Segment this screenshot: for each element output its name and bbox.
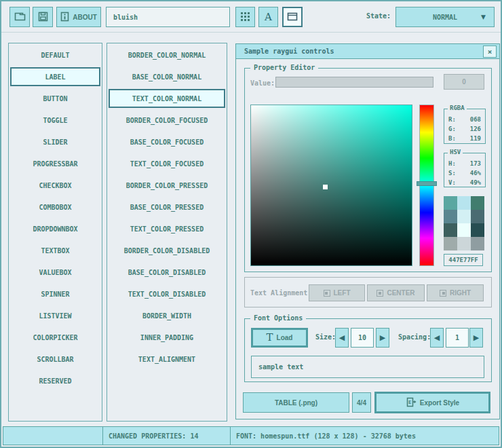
property-item-text_color_normal[interactable]: TEXT_COLOR_NORMAL — [109, 89, 225, 108]
property-item-base_color_pressed[interactable]: BASE_COLOR_PRESSED — [109, 198, 225, 217]
controls-view-button[interactable] — [282, 7, 303, 27]
spacing-decrease-button[interactable]: ◀ — [430, 328, 444, 348]
properties-list: BORDER_COLOR_NORMALBASE_COLOR_NORMALTEXT… — [107, 43, 227, 422]
size-label: Size: — [315, 333, 336, 341]
align-left-icon — [324, 290, 330, 297]
property-item-base_color_disabled[interactable]: BASE_COLOR_DISABLED — [109, 263, 225, 282]
property-item-base_color_normal[interactable]: BASE_COLOR_NORMAL — [109, 67, 225, 86]
state-dropdown[interactable]: NORMAL ▼ — [395, 7, 495, 27]
style-color-swatch[interactable] — [471, 223, 484, 237]
style-table-view-button[interactable] — [235, 7, 255, 27]
property-item-text_color_disabled[interactable]: TEXT_COLOR_DISABLED — [109, 284, 225, 303]
style-color-swatch[interactable] — [444, 237, 457, 250]
hex-color-value: 447E77FF — [448, 257, 478, 263]
property-item-border_color_focused[interactable]: BORDER_COLOR_FOCUSED — [109, 111, 225, 130]
export-pages-button[interactable]: 4/4 — [352, 392, 371, 413]
property-item-border_color_pressed[interactable]: BORDER_COLOR_PRESSED — [109, 176, 225, 195]
font-options-group: Font Options T Load Size: ◀ 10 ▶ Spacing… — [244, 318, 492, 382]
status-font-info: FONT: homespun.ttf (128 x 128) - 32768 b… — [230, 426, 499, 445]
status-cell-empty — [3, 426, 103, 445]
property-item-text_alignment[interactable]: TEXT_ALIGNMENT — [109, 350, 225, 369]
align-center-icon — [376, 290, 383, 297]
style-color-swatch[interactable] — [457, 196, 471, 210]
value-button-label: 0 — [462, 78, 466, 86]
rgba-group: RGBA R:068 G:126 B:119 — [444, 109, 486, 144]
property-item-border_width[interactable]: BORDER_WIDTH — [109, 306, 225, 325]
control-item-label[interactable]: LABEL — [10, 67, 100, 86]
align-right-button[interactable]: RIGHT — [427, 284, 484, 301]
style-name-input[interactable] — [106, 7, 230, 27]
about-button[interactable]: ABOUT — [56, 7, 101, 27]
control-item-dropdownbox[interactable]: DROPDOWNBOX — [10, 219, 100, 238]
align-left-button[interactable]: LEFT — [309, 284, 365, 301]
value-button[interactable]: 0 — [444, 74, 484, 90]
rgba-r-row: R:068 — [444, 115, 485, 124]
sample-window-title: Sample raygui controls — [244, 48, 334, 55]
style-color-swatch[interactable] — [444, 223, 457, 237]
property-item-base_color_focused[interactable]: BASE_COLOR_FOCUSED — [109, 132, 225, 151]
property-item-text_color_pressed[interactable]: TEXT_COLOR_PRESSED — [109, 219, 225, 238]
style-color-swatch[interactable] — [471, 196, 484, 210]
style-color-swatch[interactable] — [471, 210, 484, 223]
control-item-button[interactable]: BUTTON — [10, 89, 100, 108]
control-item-listview[interactable]: LISTVIEW — [10, 306, 100, 325]
state-label: State: — [366, 12, 391, 20]
property-item-inner_padding[interactable]: INNER_PADDING — [109, 328, 225, 347]
value-slider[interactable] — [275, 77, 433, 88]
hue-slider-handle[interactable] — [417, 181, 437, 186]
control-item-progressbar[interactable]: PROGRESSBAR — [10, 154, 100, 173]
font-view-button[interactable]: A — [258, 7, 278, 27]
style-color-swatch[interactable] — [444, 196, 457, 210]
align-center-button[interactable]: CENTER — [367, 284, 425, 301]
color-picker-cursor[interactable] — [323, 185, 328, 189]
hsv-v-row: V:49% — [444, 178, 485, 187]
sample-text-box[interactable]: sample text — [251, 356, 484, 378]
spacing-value-box[interactable]: 1 — [446, 328, 469, 348]
control-item-default[interactable]: DEFAULT — [10, 45, 100, 64]
load-font-button[interactable]: T Load — [251, 328, 308, 348]
style-color-swatches — [444, 196, 484, 250]
size-increase-button[interactable]: ▶ — [376, 328, 389, 348]
control-item-slider[interactable]: SLIDER — [10, 132, 100, 151]
hex-color-field[interactable]: 447E77FF — [444, 254, 483, 266]
control-item-spinner[interactable]: SPINNER — [10, 284, 100, 303]
floppy-disk-icon — [38, 12, 48, 23]
close-icon: × — [488, 48, 493, 56]
control-item-checkbox[interactable]: CHECKBOX — [10, 176, 100, 195]
control-item-valuebox[interactable]: VALUEBOX — [10, 263, 100, 282]
control-item-combobox[interactable]: COMBOBOX — [10, 198, 100, 217]
text-alignment-label: Text Alignment: — [250, 288, 311, 296]
style-color-swatch[interactable] — [457, 223, 471, 237]
size-value-box[interactable]: 10 — [351, 328, 374, 348]
export-file-icon: E — [406, 397, 417, 409]
property-item-border_color_normal[interactable]: BORDER_COLOR_NORMAL — [109, 45, 225, 64]
control-item-reserved[interactable]: RESERVED — [10, 371, 100, 390]
style-color-swatch[interactable] — [471, 237, 484, 250]
open-style-button[interactable] — [9, 7, 30, 27]
sample-window-titlebar: Sample raygui controls × — [236, 44, 499, 59]
spacing-increase-button[interactable]: ▶ — [469, 328, 483, 348]
font-options-label: Font Options — [250, 314, 306, 322]
save-style-button[interactable] — [33, 7, 53, 27]
style-color-swatch[interactable] — [444, 210, 457, 223]
style-color-swatch[interactable] — [457, 210, 471, 223]
control-item-toggle[interactable]: TOGGLE — [10, 111, 100, 130]
close-button[interactable]: × — [483, 45, 497, 58]
export-format-button[interactable]: TABLE (.png) — [243, 392, 349, 413]
hsv-label: HSV — [448, 149, 463, 155]
export-style-button[interactable]: E Export Style — [374, 392, 490, 413]
control-item-textbox[interactable]: TEXTBOX — [10, 241, 100, 260]
property-item-border_color_disabled[interactable]: BORDER_COLOR_DISABLED — [109, 241, 225, 260]
property-editor-group: Property Editor Value: 0 RGBA R:068 G:12… — [244, 68, 492, 272]
color-picker-panel[interactable] — [250, 105, 412, 266]
rguistyler-window: ABOUT A State: NORMAL ▼ DEFAULTLABELBUTT… — [0, 0, 502, 448]
arrow-left-icon: ◀ — [434, 333, 440, 342]
property-item-text_color_focused[interactable]: TEXT_COLOR_FOCUSED — [109, 154, 225, 173]
style-color-swatch[interactable] — [457, 237, 471, 250]
svg-text:E: E — [408, 400, 411, 405]
arrow-right-icon: ▶ — [380, 333, 385, 342]
size-decrease-button[interactable]: ◀ — [335, 328, 349, 348]
status-changed-properties: CHANGED PROPERTIES: 14 — [102, 426, 231, 445]
control-item-scrollbar[interactable]: SCROLLBAR — [10, 350, 100, 369]
control-item-colorpicker[interactable]: COLORPICKER — [10, 328, 100, 347]
